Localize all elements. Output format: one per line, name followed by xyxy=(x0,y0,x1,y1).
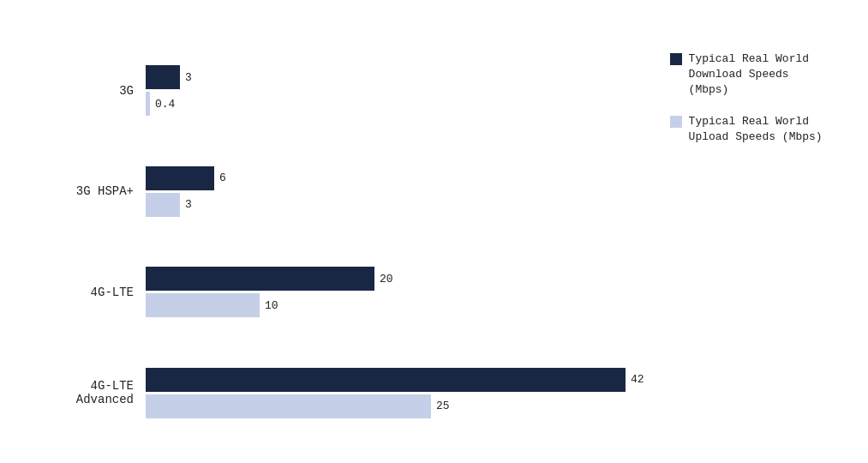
upload-bar-1 xyxy=(146,193,180,217)
download-bar-0 xyxy=(146,65,180,89)
chart-container: 3G 3 0.4 3G HSPA+ 6 3 xyxy=(0,0,868,463)
network-row-2: 4G-LTE 20 10 xyxy=(34,267,644,317)
download-bar-row-1: 6 xyxy=(146,166,644,190)
bar-group-2: 20 10 xyxy=(146,267,644,317)
download-bar-row-0: 3 xyxy=(146,65,644,89)
legend-color-1 xyxy=(670,116,682,128)
upload-value-3: 25 xyxy=(436,400,450,412)
download-bar-row-2: 20 xyxy=(146,267,644,291)
download-bar-2 xyxy=(146,267,374,291)
bars-area: 3G 3 0.4 3G HSPA+ 6 3 xyxy=(34,43,644,446)
bar-group-1: 6 3 xyxy=(146,166,644,217)
network-row-3: 4G-LTE Advanced 42 25 xyxy=(34,368,644,418)
download-bar-1 xyxy=(146,166,214,190)
upload-bar-row-3: 25 xyxy=(146,394,644,418)
network-row-0: 3G 3 0.4 xyxy=(34,65,644,116)
upload-bar-2 xyxy=(146,293,260,317)
upload-bar-0 xyxy=(146,92,150,116)
network-label-3: 4G-LTE Advanced xyxy=(34,379,146,406)
legend-color-0 xyxy=(670,53,682,65)
bar-group-0: 3 0.4 xyxy=(146,65,644,116)
upload-value-0: 0.4 xyxy=(155,98,175,111)
network-label-1: 3G HSPA+ xyxy=(34,184,146,198)
upload-value-1: 3 xyxy=(185,198,192,211)
legend-item-0: Typical Real World Download Speeds (Mbps… xyxy=(670,51,834,99)
legend-item-1: Typical Real World Upload Speeds (Mbps) xyxy=(670,114,834,145)
legend-area: Typical Real World Download Speeds (Mbps… xyxy=(644,43,834,446)
download-bar-row-3: 42 xyxy=(146,368,644,392)
upload-bar-3 xyxy=(146,394,431,418)
bar-group-3: 42 25 xyxy=(146,368,644,418)
network-label-0: 3G xyxy=(34,84,146,98)
upload-value-2: 10 xyxy=(265,299,278,312)
chart-body: 3G 3 0.4 3G HSPA+ 6 3 xyxy=(34,43,834,446)
download-value-3: 42 xyxy=(631,373,644,386)
network-row-1: 3G HSPA+ 6 3 xyxy=(34,166,644,217)
upload-bar-row-2: 10 xyxy=(146,293,644,317)
download-value-0: 3 xyxy=(185,71,192,84)
download-bar-3 xyxy=(146,368,626,392)
upload-bar-row-0: 0.4 xyxy=(146,92,644,116)
upload-bar-row-1: 3 xyxy=(146,193,644,217)
legend-text-0: Typical Real World Download Speeds (Mbps… xyxy=(689,51,834,99)
download-value-2: 20 xyxy=(380,273,393,286)
download-value-1: 6 xyxy=(219,171,226,184)
network-label-2: 4G-LTE xyxy=(34,286,146,299)
legend-text-1: Typical Real World Upload Speeds (Mbps) xyxy=(689,114,834,145)
